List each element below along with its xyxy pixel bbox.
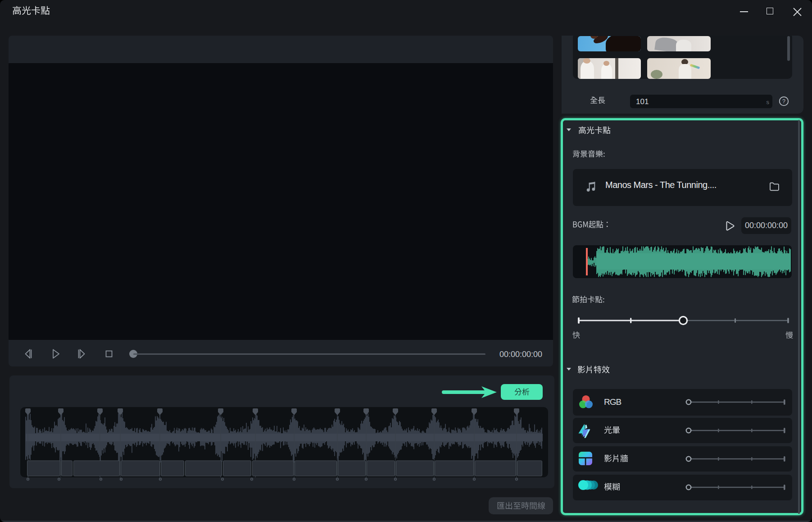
svg-text:?: ? xyxy=(782,98,785,105)
